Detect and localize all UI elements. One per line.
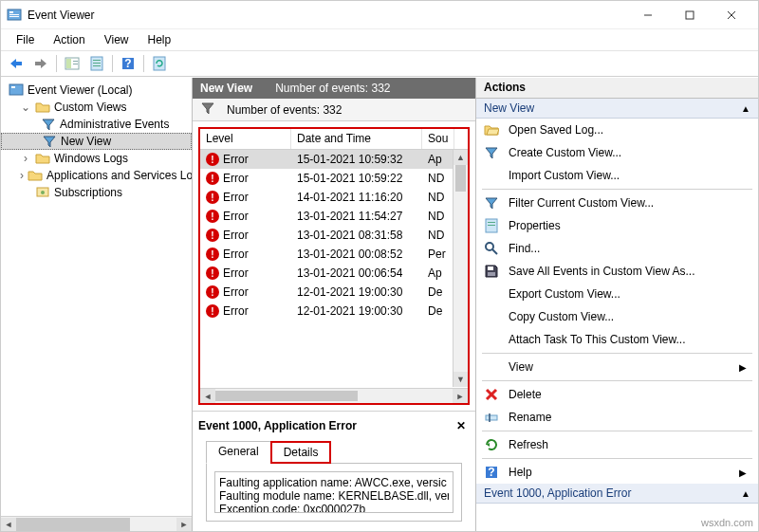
minimize-button[interactable] xyxy=(627,2,669,28)
tree-custom-views[interactable]: ⌄ Custom Views xyxy=(1,99,192,116)
forward-button[interactable] xyxy=(29,52,52,75)
expand-icon[interactable]: › xyxy=(20,152,31,165)
datetime-cell: 13-01-2021 00:06:54 xyxy=(291,266,422,280)
detail-close-button[interactable]: ✕ xyxy=(453,417,470,434)
level-label: Error xyxy=(223,285,249,299)
scroll-right-arrow[interactable]: ► xyxy=(453,389,468,403)
event-row[interactable]: !Error15-01-2021 10:59:22ND xyxy=(200,169,468,188)
scroll-left-arrow[interactable]: ◄ xyxy=(1,518,16,531)
action-delete[interactable]: Delete xyxy=(476,383,758,406)
save-icon xyxy=(484,264,499,279)
col-datetime[interactable]: Date and Time xyxy=(291,129,422,149)
delete-icon xyxy=(484,387,499,402)
error-icon: ! xyxy=(206,248,219,261)
svg-text:?: ? xyxy=(488,466,494,479)
action-label: Create Custom View... xyxy=(509,146,621,159)
svg-marker-8 xyxy=(10,59,22,68)
tree-app-svc-label: Applications and Services Logs xyxy=(46,169,193,182)
section-title: New View xyxy=(484,101,741,115)
svg-rect-1 xyxy=(9,11,13,13)
menu-view[interactable]: View xyxy=(97,31,137,48)
action-export-custom-view[interactable]: Export Custom View... xyxy=(476,283,758,305)
event-row[interactable]: !Error13-01-2021 00:08:52Per xyxy=(200,245,468,264)
action-find[interactable]: Find... xyxy=(476,237,758,260)
tab-general[interactable]: General xyxy=(206,441,271,464)
actions-section-event[interactable]: Event 1000, Application Error ▲ xyxy=(476,484,758,504)
action-copy-custom-view[interactable]: Copy Custom View... xyxy=(476,305,758,328)
action-attach-task[interactable]: Attach Task To This Custom View... xyxy=(476,328,758,351)
event-row[interactable]: !Error15-01-2021 10:59:32Ap xyxy=(200,150,468,169)
action-label: Properties xyxy=(509,219,561,232)
scroll-up-arrow[interactable]: ▲ xyxy=(454,150,468,165)
datetime-cell: 14-01-2021 11:16:20 xyxy=(291,191,422,204)
action-save-all-events[interactable]: Save All Events in Custom View As... xyxy=(476,260,758,283)
action-refresh[interactable]: Refresh xyxy=(476,433,758,456)
help-toolbar-button[interactable]: ? xyxy=(117,52,139,75)
event-row[interactable]: !Error12-01-2021 19:00:30De xyxy=(200,283,468,302)
tree-root[interactable]: Event Viewer (Local) xyxy=(1,82,192,99)
expand-icon[interactable]: ⌄ xyxy=(20,101,31,114)
h-scrollbar[interactable]: ◄ ► xyxy=(200,388,468,403)
action-help[interactable]: ?Help▶ xyxy=(476,461,758,484)
back-button[interactable] xyxy=(5,52,28,75)
filter-count: Number of events: 332 xyxy=(227,103,342,117)
toolbar: ? xyxy=(1,50,758,77)
chevron-up-icon: ▲ xyxy=(741,488,750,499)
maximize-button[interactable] xyxy=(669,2,711,28)
action-label: Filter Current Custom View... xyxy=(509,196,654,210)
menu-file[interactable]: File xyxy=(9,31,42,48)
scroll-thumb[interactable] xyxy=(215,391,358,401)
action-properties[interactable]: Properties xyxy=(476,214,758,237)
action-open-saved-log[interactable]: Open Saved Log... xyxy=(476,119,758,141)
action-import-custom-view[interactable]: Import Custom View... xyxy=(476,164,758,187)
tree-new-view[interactable]: New View xyxy=(1,133,192,150)
action-create-custom-view[interactable]: Create Custom View... xyxy=(476,141,758,164)
menu-bar: File Action View Help xyxy=(1,29,758,50)
refresh-icon xyxy=(484,437,499,452)
expand-icon[interactable]: › xyxy=(20,169,24,182)
menu-help[interactable]: Help xyxy=(140,31,179,48)
event-row[interactable]: !Error13-01-2021 11:54:27ND xyxy=(200,207,468,226)
tree-subscriptions[interactable]: Subscriptions xyxy=(1,184,192,201)
svg-marker-9 xyxy=(35,59,46,68)
svg-rect-17 xyxy=(93,65,101,66)
scroll-thumb[interactable] xyxy=(455,165,466,192)
menu-action[interactable]: Action xyxy=(46,31,92,48)
action-rename[interactable]: Rename xyxy=(476,406,758,429)
svg-line-34 xyxy=(492,249,497,254)
fault-text: Faulting application name: AWCC.exe, ver… xyxy=(214,471,454,513)
event-row[interactable]: !Error14-01-2021 11:16:20ND xyxy=(200,188,468,207)
event-row[interactable]: !Error13-01-2021 00:06:54Ap xyxy=(200,264,468,283)
level-label: Error xyxy=(223,210,249,223)
tab-details[interactable]: Details xyxy=(270,441,332,464)
event-row[interactable]: !Error13-01-2021 08:31:58ND xyxy=(200,226,468,245)
refresh-toolbar-button[interactable] xyxy=(148,52,171,75)
tree-windows-logs[interactable]: › Windows Logs xyxy=(1,150,192,167)
scroll-right-arrow[interactable]: ► xyxy=(176,518,192,531)
app-icon xyxy=(9,83,24,98)
tree-admin-events[interactable]: Administrative Events xyxy=(1,116,192,133)
tree-h-scrollbar[interactable]: ◄ ► xyxy=(1,516,192,531)
scroll-thumb[interactable] xyxy=(16,518,130,531)
actions-section-new-view[interactable]: New View ▲ xyxy=(476,99,758,119)
tree-app-svc-logs[interactable]: › Applications and Services Logs xyxy=(1,167,192,184)
svg-rect-39 xyxy=(486,415,497,420)
action-label: Find... xyxy=(509,242,540,255)
scroll-down-arrow[interactable]: ▼ xyxy=(454,372,468,387)
event-row[interactable]: !Error12-01-2021 19:00:30De xyxy=(200,302,468,321)
action-label: Attach Task To This Custom View... xyxy=(509,333,686,346)
scroll-left-arrow[interactable]: ◄ xyxy=(200,389,215,403)
col-source[interactable]: Sou xyxy=(422,129,454,149)
properties-toolbar-button[interactable] xyxy=(85,52,108,75)
svg-rect-2 xyxy=(9,14,19,15)
action-filter-current[interactable]: Filter Current Custom View... xyxy=(476,192,758,214)
action-label: Refresh xyxy=(509,438,548,451)
show-hide-tree-button[interactable] xyxy=(61,52,83,75)
v-scrollbar[interactable]: ▲ ▼ xyxy=(453,150,468,387)
event-list-box: Level Date and Time Sou !Error15-01-2021… xyxy=(198,127,470,405)
action-view-submenu[interactable]: View▶ xyxy=(476,356,758,378)
svg-point-26 xyxy=(41,191,45,194)
level-label: Error xyxy=(223,229,249,242)
col-level[interactable]: Level xyxy=(200,129,291,149)
close-button[interactable] xyxy=(711,2,752,28)
